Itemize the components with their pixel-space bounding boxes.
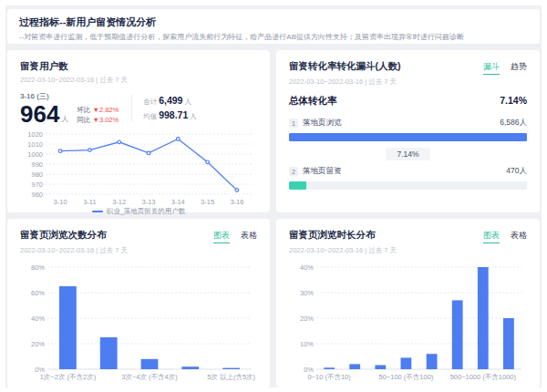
page-subtitle: --对留资率进行监测，低于预期值进行分析，探索用户流失前行为特征，给产品进行AB… — [19, 32, 528, 42]
funnel-card-title: 留资转化率转化漏斗(人数) — [289, 60, 401, 73]
funnel-step-1: 1 落地页浏览 6,586人 — [289, 118, 527, 129]
kpi-value: 964 — [20, 103, 59, 126]
kpi-divider — [131, 95, 132, 122]
funnel-bar-1-fill — [289, 133, 527, 141]
duration-card-date-range: 2022-03-10~2022-03-16 | 过去 7 天 — [289, 246, 527, 255]
line-series-marker-icon — [92, 211, 103, 212]
svg-text:960: 960 — [31, 191, 43, 199]
users-trend-line-chart: 9609709809901000101010203-103-113-123-13… — [20, 129, 257, 206]
svg-text:3-14: 3-14 — [171, 198, 185, 206]
users-kpi: 3-16 (三) 964 人 环比 ▼2.82% 同比 ▼3.02% 合计6, — [20, 91, 257, 126]
report-header-card: 过程指标--新用户留资情况分析 --对留资率进行监测，低于预期值进行分析，探索用… — [7, 9, 540, 44]
views-distribution-card: 留资页浏览次数分布 图表 表格 2022-03-10~2022-03-16 | … — [7, 219, 270, 387]
svg-text:5次 以上(含5次): 5次 以上(含5次) — [207, 373, 255, 381]
svg-text:10%: 10% — [300, 340, 314, 348]
svg-text:20%: 20% — [300, 315, 314, 323]
views-view-tabs: 图表 表格 — [213, 230, 257, 243]
tab-chart-duration[interactable]: 图表 — [483, 230, 500, 243]
svg-text:40%: 40% — [300, 263, 314, 272]
svg-text:1010: 1010 — [27, 140, 43, 149]
svg-text:980: 980 — [31, 170, 43, 179]
svg-text:3-10: 3-10 — [54, 198, 67, 206]
svg-text:3-12: 3-12 — [112, 198, 126, 206]
funnel-bar-2[interactable] — [289, 181, 527, 190]
overall-conversion-row: 总体转化率 7.14% — [289, 95, 527, 108]
kpi-unit: 人 — [61, 114, 68, 124]
yoy-label: 同比 — [77, 116, 90, 124]
funnel-view-tabs: 漏斗 趋势 — [483, 61, 527, 75]
duration-distribution-card: 留资页浏览时长分布 图表 表格 2022-03-10~2022-03-16 | … — [276, 219, 540, 387]
yoy-rate: 同比 ▼3.02% — [77, 115, 119, 125]
svg-text:0~10 (不含10): 0~10 (不含10) — [307, 373, 351, 381]
step-2-label: 落地页留资 — [303, 166, 342, 177]
svg-text:3-15: 3-15 — [201, 198, 214, 206]
svg-text:500~1000 (不含1000): 500~1000 (不含1000) — [450, 373, 517, 381]
svg-text:40%: 40% — [31, 315, 45, 323]
svg-text:990: 990 — [31, 160, 43, 169]
tab-chart-views[interactable]: 图表 — [213, 230, 230, 243]
funnel-bar-2-fill — [289, 181, 306, 190]
svg-text:3-11: 3-11 — [83, 198, 96, 206]
total-value: 6,499 — [159, 95, 182, 106]
users-card: 留资用户数 2022-03-10~2022-03-16 | 过去 7 天 3-1… — [7, 50, 270, 212]
views-card-date-range: 2022-03-10~2022-03-16 | 过去 7 天 — [20, 246, 257, 255]
line-series-label: 职业_落地页留资的用户数 — [107, 207, 186, 216]
tab-table-views[interactable]: 表格 — [241, 230, 257, 243]
tab-funnel[interactable]: 漏斗 — [483, 61, 500, 75]
duration-card-title: 留资页浏览时长分布 — [289, 229, 376, 242]
step-1-badge: 1 — [289, 119, 298, 128]
wow-label: 环比 — [77, 106, 90, 114]
step-2-value: 470人 — [506, 166, 527, 177]
views-bar-chart: 0%20%40%60%80%1次~2次 (不含2次)3次~4次 (不含4次)5次… — [20, 262, 257, 382]
users-card-title: 留资用户数 — [20, 60, 68, 73]
svg-text:60%: 60% — [31, 289, 45, 297]
line-chart-legend[interactable]: 职业_落地页留资的用户数 — [20, 207, 257, 216]
overall-conversion-label: 总体转化率 — [289, 95, 337, 108]
svg-text:3次~4次 (不含4次): 3次~4次 (不含4次) — [121, 373, 178, 381]
svg-text:970: 970 — [31, 181, 43, 189]
funnel-step-2: 2 落地页留资 470人 — [289, 166, 527, 177]
duration-view-tabs: 图表 表格 — [483, 230, 527, 243]
total-stat: 合计6,499人 — [143, 94, 197, 108]
svg-text:50~100 (不含100): 50~100 (不含100) — [378, 373, 433, 381]
svg-text:80%: 80% — [31, 263, 45, 272]
funnel-bar-1[interactable] — [289, 133, 527, 141]
svg-text:30%: 30% — [300, 289, 314, 297]
step-1-value: 6,586人 — [500, 118, 527, 129]
users-card-date-range: 2022-03-10~2022-03-16 | 过去 7 天 — [20, 76, 257, 85]
step-2-badge: 2 — [289, 167, 298, 176]
tab-trend[interactable]: 趋势 — [511, 61, 527, 75]
svg-text:1次~2次 (不含2次): 1次~2次 (不含2次) — [40, 373, 97, 381]
avg-value: 998.71 — [159, 109, 188, 120]
funnel-card-date-range: 2022-03-10~2022-03-16 | 过去 7 天 — [289, 77, 527, 87]
wow-rate: 环比 ▼2.82% — [77, 105, 119, 115]
svg-text:3-13: 3-13 — [141, 198, 155, 206]
step-1-label: 落地页浏览 — [303, 118, 342, 129]
tab-table-duration[interactable]: 表格 — [511, 230, 527, 243]
overall-conversion-value: 7.14% — [500, 95, 527, 108]
views-card-title: 留资页浏览次数分布 — [20, 229, 107, 242]
funnel-card: 留资转化率转化漏斗(人数) 漏斗 趋势 2022-03-10~2022-03-1… — [276, 50, 540, 212]
page-title: 过程指标--新用户留资情况分析 — [19, 15, 528, 29]
svg-text:1000: 1000 — [27, 150, 43, 159]
svg-text:3-16: 3-16 — [230, 198, 243, 206]
svg-text:1020: 1020 — [27, 130, 43, 139]
svg-text:20%: 20% — [31, 340, 45, 348]
conversion-rate-pill: 7.14% — [386, 148, 429, 160]
avg-stat: 均值998.71人 — [143, 108, 197, 123]
duration-bar-chart: 0%10%20%30%40%0~10 (不含10)50~100 (不含100)5… — [289, 262, 527, 382]
users-kpi-left: 3-16 (三) 964 人 环比 ▼2.82% 同比 ▼3.02% — [20, 91, 119, 126]
yoy-value: ▼3.02% — [92, 116, 119, 124]
users-kpi-right: 合计6,499人 均值998.71人 — [143, 94, 197, 123]
wow-value: ▼2.82% — [92, 106, 119, 114]
